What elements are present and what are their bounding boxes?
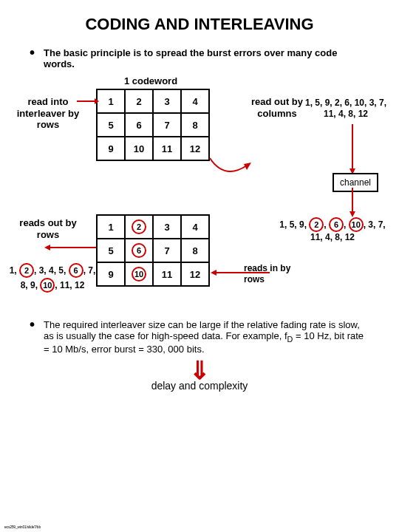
read-in-label: read into interleaver by rows <box>15 96 81 131</box>
err-6: 6 <box>329 217 344 232</box>
seq-part: , 11, 12 <box>55 280 84 290</box>
cell: 8 <box>181 113 209 137</box>
sequence-in: 1, 5, 9, 2, 6, 10, 3, 7, 11, 4, 8, 12 <box>273 217 392 243</box>
cell: 8 <box>181 239 209 262</box>
reads-out-label: reads out by rows <box>15 217 81 240</box>
cell: 10 <box>125 137 153 160</box>
cell-err: 2 <box>125 215 153 239</box>
cell: 1 <box>97 215 125 239</box>
cell: 11 <box>153 262 181 286</box>
seq-part: 1, 5, 9, <box>279 219 309 230</box>
svg-marker-10 <box>44 245 50 250</box>
cell: 11 <box>153 137 181 160</box>
bullet-1-text: The basic principle is to spread the bur… <box>44 47 369 69</box>
cell: 3 <box>153 215 181 239</box>
cell: 3 <box>153 89 181 113</box>
reads-in-label: reads in by rows <box>244 263 303 285</box>
svg-marker-2 <box>244 163 251 170</box>
err-10: 10 <box>349 217 364 232</box>
cell: 12 <box>181 137 209 160</box>
bullet-dot: • <box>30 319 35 355</box>
footer-id: ecs259_win01/slide7/bb <box>4 525 41 529</box>
read-out-label: read out by columns <box>244 96 310 119</box>
cell-err: 6 <box>125 239 153 262</box>
cell: 12 <box>181 262 209 286</box>
cell: 4 <box>181 89 209 113</box>
bullet-dot: • <box>30 47 35 69</box>
bullet-2-text: The required interleaver size can be lar… <box>44 319 369 355</box>
cell: 4 <box>181 215 209 239</box>
arrow-right-out <box>210 158 254 180</box>
svg-marker-6 <box>349 211 355 217</box>
arrow-reads-out <box>44 244 96 251</box>
cell: 9 <box>97 262 125 286</box>
stage-encode: 1 codeword read into interleaver by rows… <box>0 75 399 194</box>
sequence-decoded: 1, 2, 3, 4, 5, 6, 7, 8, 9, 10, 11, 12 <box>4 263 100 293</box>
page-title: CODING AND INTERLEAVING <box>0 15 399 34</box>
seq-part: , 3, 4, 5, <box>34 265 69 276</box>
cell: 7 <box>153 113 181 137</box>
seq-part: 1, <box>10 265 19 276</box>
bullet-1: • The basic principle is to spread the b… <box>30 47 369 69</box>
arrow-to-channel <box>349 124 356 173</box>
stage-decode: 1, 5, 9, 2, 6, 10, 3, 7, 11, 4, 8, 12 re… <box>0 201 399 319</box>
cell-err: 10 <box>125 262 153 286</box>
down-double-arrow: ⇓ <box>0 358 399 383</box>
channel-box: channel <box>332 173 378 192</box>
grid-bottom: 1234 5678 9101112 <box>96 214 210 287</box>
codeword-label: 1 codeword <box>96 75 205 86</box>
svg-marker-8 <box>211 270 216 276</box>
err-2b: 2 <box>19 263 34 278</box>
err-2: 2 <box>309 217 324 232</box>
cell: 7 <box>153 239 181 262</box>
bullet-2: • The required interleaver size can be l… <box>30 319 369 355</box>
err-6b: 6 <box>69 263 83 278</box>
cell: 6 <box>125 113 153 137</box>
err-10b: 10 <box>40 278 55 293</box>
cell: 1 <box>97 89 125 113</box>
cell: 2 <box>125 89 153 113</box>
sequence-out: 1, 5, 9, 2, 6, 10, 3, 7, 11, 4, 8, 12 <box>301 98 390 120</box>
cell: 5 <box>97 239 125 262</box>
delay-text: delay and complexity <box>0 380 399 392</box>
grid-top: 1234 5678 9101112 <box>96 89 210 161</box>
cell: 5 <box>97 113 125 137</box>
cell: 9 <box>97 137 125 160</box>
